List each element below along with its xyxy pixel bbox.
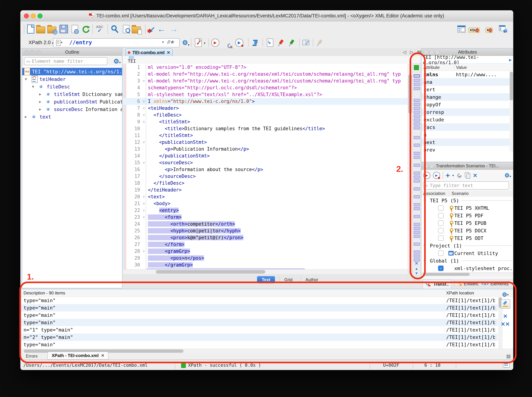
tab-xpath-results[interactable]: XPath - TEI-combo.xml ✕ — [47, 352, 109, 360]
outline-item[interactable]: TEITEI "http://www.tei-c.org/ns/1.0" — [22, 68, 122, 75]
expand-arrow-icon[interactable]: ▶ — [39, 92, 41, 96]
results-table[interactable]: type="main"/TEI[1]/text[1]/botype="main"… — [20, 297, 498, 348]
apply-transformation-button[interactable]: ▶ — [210, 37, 220, 48]
xpath-result-row[interactable]: n="2" type="main"/TEI[1]/text[1]/bo — [20, 334, 498, 341]
xpath-input[interactable]: ▾ //entry ▾ //★ — [53, 38, 179, 47]
collapse-arrow-icon[interactable]: ▼ — [424, 259, 426, 263]
configure-transformation-button[interactable]: ▶ — [222, 37, 232, 48]
occurrence-marker[interactable] — [414, 83, 420, 86]
clear-markers-icon[interactable]: ✕ — [412, 261, 421, 266]
tab-elements[interactable]: <X> Elements — [479, 279, 511, 288]
scenarios-column-headers[interactable]: Association Scenario — [421, 191, 513, 197]
expand-node-icon[interactable]: ▶ — [509, 57, 512, 62]
back-button[interactable]: ← — [156, 24, 167, 34]
scenario-item-row[interactable]: TEI P5 ODT — [421, 234, 513, 242]
validate-button[interactable]: ✓ — [193, 37, 203, 48]
xpath-result-row[interactable]: type="main"/TEI[1]/text[1]/bo — [20, 311, 498, 319]
occurrence-marker[interactable] — [414, 195, 420, 198]
expand-arrow-icon[interactable]: ▶ — [39, 99, 41, 104]
code-line[interactable]: 1ml version="1.0" encoding="UTF-8"?> — [123, 64, 408, 71]
xpath-query-value[interactable]: //entry — [69, 39, 92, 46]
occurrence-marker[interactable] — [414, 87, 420, 90]
occurrence-marker[interactable] — [414, 164, 420, 167]
description-column-header[interactable]: Description - 90 items — [24, 291, 65, 296]
code-line[interactable]: 26 <pron>k@m"petit@(r)</pron> — [123, 234, 408, 241]
debug-scenario-button[interactable]: ▶ — [433, 172, 440, 179]
code-line[interactable]: 6▽I xmlns="http://www.tei-c.org/ns/1.0"> — [123, 98, 408, 105]
title-bar[interactable]: TEI-combo.xml [/Users/ttasovac/Developme… — [20, 10, 513, 21]
code-line[interactable]: 22▽ <entry> — [123, 207, 408, 214]
occurrence-marker[interactable] — [414, 107, 420, 110]
results-settings-button[interactable]: ⚙▾ — [501, 290, 510, 299]
scenarios-horizontal-scrollbar[interactable] — [421, 272, 513, 276]
find-replace-button[interactable] — [121, 24, 131, 34]
outline-item[interactable]: ▼teiHeader — [22, 75, 122, 83]
format-file-button[interactable]: ↳ — [265, 37, 275, 48]
xslt-debugger-perspective-button[interactable]: XSLT — [469, 24, 479, 34]
code-line[interactable]: 15▽ <sourceDesc> — [123, 159, 408, 166]
attribute-row[interactable]: change — [421, 93, 513, 101]
open-url-button[interactable] — [47, 24, 57, 34]
occurrence-marker[interactable] — [414, 215, 420, 218]
code-line[interactable]: 17 </sourceDesc> — [123, 173, 408, 180]
occurrence-marker[interactable] — [414, 74, 420, 77]
find-in-files-button[interactable] — [131, 24, 141, 34]
breadcrumb-element-label[interactable]: TEI — [128, 58, 136, 64]
code-line[interactable]: 12▽ <publicationStmt> — [123, 139, 408, 146]
code-line[interactable]: 25 <hyph>com|peti|tor</hyph> — [123, 227, 408, 234]
expand-arrow-icon[interactable]: ▶ — [25, 115, 27, 119]
scenarios-settings-button[interactable]: ⚙▾ — [504, 173, 511, 178]
xpath-settings-button[interactable]: ⚙▾ — [181, 37, 191, 48]
code-line[interactable]: 20▽<text> — [123, 193, 408, 200]
editor-hscroll-thumb[interactable] — [156, 270, 265, 274]
collapse-arrow-icon[interactable]: ▼ — [424, 243, 426, 248]
code-line[interactable]: 2ml-model href="http://www.tei-c.org/rel… — [123, 71, 408, 77]
annotate-button[interactable] — [301, 37, 311, 48]
xpath-result-row[interactable]: type="main"/TEI[1]/text[1]/bo — [20, 304, 498, 311]
edit-scenario-button[interactable] — [457, 173, 462, 178]
occurrence-marker[interactable] — [414, 136, 420, 139]
attributes-scrollbar[interactable] — [510, 71, 513, 151]
previous-marker-icon[interactable]: ▲︎ — [412, 267, 421, 271]
remove-all-results-button[interactable]: ✕✕ — [501, 320, 510, 328]
attribute-row[interactable]: ana — [421, 78, 513, 86]
xpath-scope-icon[interactable] — [56, 40, 61, 46]
outline-filter-input[interactable] — [32, 58, 105, 64]
scenario-checkbox[interactable] — [438, 228, 443, 233]
scenario-checkbox[interactable] — [438, 205, 443, 211]
editor-horizontal-scrollbar[interactable] — [123, 269, 408, 274]
occurrence-marker[interactable] — [414, 111, 420, 114]
outline-item[interactable]: ▶text — [22, 113, 122, 120]
new-scenario-caret-icon[interactable]: ▾ — [452, 174, 454, 177]
attributes-table[interactable]: xmlnshttp://www....anacertchangecopyOfco… — [421, 71, 513, 152]
code-line[interactable]: 19</teiHeader> — [123, 186, 408, 193]
mode-tab-author[interactable]: Author — [305, 277, 318, 282]
scenario-column-header[interactable]: Scenario — [449, 191, 469, 196]
code-line[interactable]: 8▽ <fileDesc> — [123, 112, 408, 118]
xpath-history-caret-icon[interactable]: ▾ — [162, 40, 164, 44]
xpath-favorites-icon[interactable]: //★ — [167, 39, 174, 45]
occurrence-marker[interactable] — [414, 231, 420, 234]
feedback-chat-icon[interactable] — [503, 362, 510, 368]
occurrence-marker[interactable] — [414, 254, 420, 257]
tab-errors[interactable]: Errors — [26, 354, 38, 359]
outline-item[interactable]: ▼fileDesc — [22, 83, 122, 90]
annotation-marker-strip[interactable]: ✕ ▲︎ ▼︎ — [412, 63, 421, 277]
xpath-location-column-header[interactable]: XPath location — [446, 291, 474, 296]
previous-tab-icon[interactable]: ◁ — [403, 50, 406, 55]
tab-entities[interactable]: Entities — [456, 279, 481, 288]
collapse-arrow-icon[interactable]: ▼ — [32, 84, 34, 89]
occurrence-marker[interactable] — [414, 227, 420, 230]
code-line[interactable]: 30 </gramGrp> — [123, 261, 408, 268]
occurrence-marker[interactable] — [414, 79, 420, 82]
attribute-row[interactable]: copyOf — [421, 101, 513, 108]
current-element-path[interactable]: TEI [http://www.tei-c.org/ns/1.0] ▶ — [421, 56, 513, 64]
xpath-result-row[interactable]: type="main"/TEI[1]/text[1]/bo — [20, 319, 498, 326]
xpath-result-row[interactable]: type="main"/TEI[1]/text[1]/bo — [20, 341, 498, 348]
results-list-icon[interactable]: ▤ — [506, 354, 511, 359]
outline-settings-button[interactable]: ⚙▾ — [114, 58, 121, 65]
apply-scenario-button[interactable]: ▶ — [423, 172, 431, 179]
scenario-item-row[interactable]: TEI P5 DOCX — [421, 227, 513, 234]
code-line[interactable]: 29 <pos>n</pos> — [123, 255, 408, 261]
scenario-checkbox[interactable] — [438, 213, 443, 218]
